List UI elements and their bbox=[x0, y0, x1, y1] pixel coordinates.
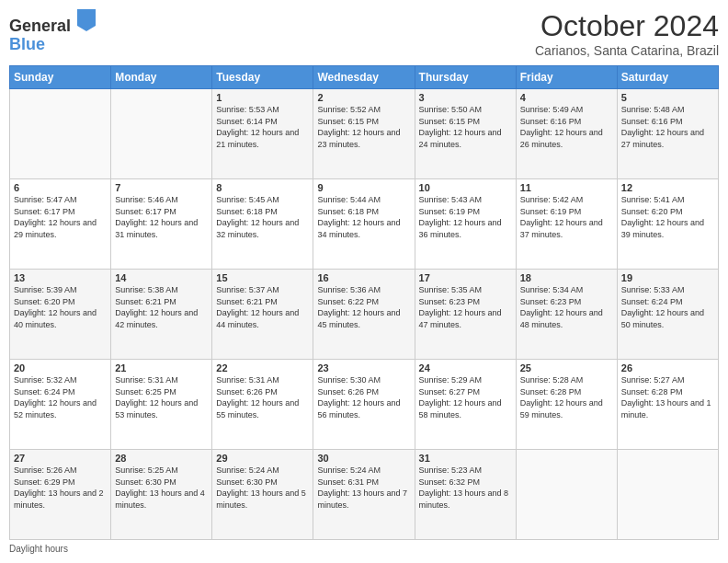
calendar-cell: 30Sunrise: 5:24 AMSunset: 6:31 PMDayligh… bbox=[313, 450, 415, 540]
calendar-cell: 27Sunrise: 5:26 AMSunset: 6:29 PMDayligh… bbox=[10, 450, 111, 540]
calendar-cell: 18Sunrise: 5:34 AMSunset: 6:23 PMDayligh… bbox=[516, 270, 617, 360]
day-info: Sunrise: 5:35 AMSunset: 6:23 PMDaylight:… bbox=[419, 284, 512, 330]
day-number: 18 bbox=[520, 272, 613, 283]
calendar-day-header: Friday bbox=[516, 66, 617, 89]
calendar-day-header: Monday bbox=[111, 66, 212, 89]
subtitle: Carianos, Santa Catarina, Brazil bbox=[535, 43, 719, 58]
logo-general: General bbox=[9, 17, 71, 35]
day-info: Sunrise: 5:34 AMSunset: 6:23 PMDaylight:… bbox=[520, 284, 613, 330]
day-info: Sunrise: 5:42 AMSunset: 6:19 PMDaylight:… bbox=[520, 194, 613, 240]
day-number: 11 bbox=[520, 182, 613, 193]
day-info: Sunrise: 5:23 AMSunset: 6:32 PMDaylight:… bbox=[419, 465, 512, 511]
logo-text: General Blue bbox=[9, 9, 96, 54]
day-number: 29 bbox=[216, 453, 309, 464]
day-info: Sunrise: 5:25 AMSunset: 6:30 PMDaylight:… bbox=[115, 465, 208, 511]
calendar-cell: 26Sunrise: 5:27 AMSunset: 6:28 PMDayligh… bbox=[617, 360, 718, 450]
calendar-cell bbox=[617, 450, 718, 540]
calendar-cell: 23Sunrise: 5:30 AMSunset: 6:26 PMDayligh… bbox=[313, 360, 415, 450]
calendar-day-header: Thursday bbox=[415, 66, 516, 89]
svg-marker-0 bbox=[77, 9, 96, 31]
day-number: 14 bbox=[115, 272, 208, 283]
day-info: Sunrise: 5:30 AMSunset: 6:26 PMDaylight:… bbox=[317, 374, 410, 420]
day-number: 19 bbox=[621, 272, 714, 283]
calendar-cell: 11Sunrise: 5:42 AMSunset: 6:19 PMDayligh… bbox=[516, 179, 617, 270]
day-number: 30 bbox=[317, 453, 410, 464]
day-number: 13 bbox=[14, 272, 107, 283]
calendar-day-header: Sunday bbox=[10, 66, 111, 89]
day-number: 2 bbox=[317, 92, 410, 103]
calendar-week-row: 13Sunrise: 5:39 AMSunset: 6:20 PMDayligh… bbox=[10, 270, 719, 360]
day-info: Sunrise: 5:49 AMSunset: 6:16 PMDaylight:… bbox=[520, 104, 613, 150]
calendar-cell: 29Sunrise: 5:24 AMSunset: 6:30 PMDayligh… bbox=[212, 450, 313, 540]
day-info: Sunrise: 5:24 AMSunset: 6:30 PMDaylight:… bbox=[216, 465, 309, 511]
day-number: 31 bbox=[419, 453, 512, 464]
day-number: 21 bbox=[115, 362, 208, 373]
day-info: Sunrise: 5:43 AMSunset: 6:19 PMDaylight:… bbox=[419, 194, 512, 240]
calendar-cell: 31Sunrise: 5:23 AMSunset: 6:32 PMDayligh… bbox=[415, 450, 516, 540]
calendar-cell: 25Sunrise: 5:28 AMSunset: 6:28 PMDayligh… bbox=[516, 360, 617, 450]
calendar-cell: 7Sunrise: 5:46 AMSunset: 6:17 PMDaylight… bbox=[111, 179, 212, 270]
calendar-cell: 14Sunrise: 5:38 AMSunset: 6:21 PMDayligh… bbox=[111, 270, 212, 360]
calendar-cell: 9Sunrise: 5:44 AMSunset: 6:18 PMDaylight… bbox=[313, 179, 415, 270]
day-number: 16 bbox=[317, 272, 410, 283]
calendar-cell: 3Sunrise: 5:50 AMSunset: 6:15 PMDaylight… bbox=[415, 89, 516, 179]
day-info: Sunrise: 5:39 AMSunset: 6:20 PMDaylight:… bbox=[14, 284, 107, 330]
day-number: 24 bbox=[419, 362, 512, 373]
calendar-cell: 4Sunrise: 5:49 AMSunset: 6:16 PMDaylight… bbox=[516, 89, 617, 179]
day-number: 28 bbox=[115, 453, 208, 464]
calendar-cell: 10Sunrise: 5:43 AMSunset: 6:19 PMDayligh… bbox=[415, 179, 516, 270]
day-info: Sunrise: 5:37 AMSunset: 6:21 PMDaylight:… bbox=[216, 284, 309, 330]
calendar-cell bbox=[10, 89, 111, 179]
day-info: Sunrise: 5:48 AMSunset: 6:16 PMDaylight:… bbox=[621, 104, 714, 150]
calendar-cell: 16Sunrise: 5:36 AMSunset: 6:22 PMDayligh… bbox=[313, 270, 415, 360]
day-number: 4 bbox=[520, 92, 613, 103]
day-number: 7 bbox=[115, 182, 208, 193]
logo-blue: Blue bbox=[9, 35, 45, 53]
calendar-cell: 5Sunrise: 5:48 AMSunset: 6:16 PMDaylight… bbox=[617, 89, 718, 179]
calendar-week-row: 20Sunrise: 5:32 AMSunset: 6:24 PMDayligh… bbox=[10, 360, 719, 450]
calendar-cell: 13Sunrise: 5:39 AMSunset: 6:20 PMDayligh… bbox=[10, 270, 111, 360]
title-block: October 2024 Carianos, Santa Catarina, B… bbox=[535, 9, 719, 58]
calendar-cell: 1Sunrise: 5:53 AMSunset: 6:14 PMDaylight… bbox=[212, 89, 313, 179]
day-info: Sunrise: 5:33 AMSunset: 6:24 PMDaylight:… bbox=[621, 284, 714, 330]
calendar-cell: 22Sunrise: 5:31 AMSunset: 6:26 PMDayligh… bbox=[212, 360, 313, 450]
day-number: 10 bbox=[419, 182, 512, 193]
calendar-day-header: Wednesday bbox=[313, 66, 415, 89]
day-info: Sunrise: 5:26 AMSunset: 6:29 PMDaylight:… bbox=[14, 465, 107, 511]
day-number: 6 bbox=[14, 182, 107, 193]
day-info: Sunrise: 5:32 AMSunset: 6:24 PMDaylight:… bbox=[14, 374, 107, 420]
calendar-cell: 6Sunrise: 5:47 AMSunset: 6:17 PMDaylight… bbox=[10, 179, 111, 270]
day-number: 8 bbox=[216, 182, 309, 193]
day-number: 23 bbox=[317, 362, 410, 373]
calendar-cell: 2Sunrise: 5:52 AMSunset: 6:15 PMDaylight… bbox=[313, 89, 415, 179]
day-info: Sunrise: 5:31 AMSunset: 6:25 PMDaylight:… bbox=[115, 374, 208, 420]
day-info: Sunrise: 5:27 AMSunset: 6:28 PMDaylight:… bbox=[621, 374, 714, 420]
calendar-cell: 8Sunrise: 5:45 AMSunset: 6:18 PMDaylight… bbox=[212, 179, 313, 270]
day-info: Sunrise: 5:28 AMSunset: 6:28 PMDaylight:… bbox=[520, 374, 613, 420]
day-number: 20 bbox=[14, 362, 107, 373]
logo: General Blue bbox=[9, 9, 96, 54]
day-info: Sunrise: 5:53 AMSunset: 6:14 PMDaylight:… bbox=[216, 104, 309, 150]
day-number: 3 bbox=[419, 92, 512, 103]
day-info: Sunrise: 5:38 AMSunset: 6:21 PMDaylight:… bbox=[115, 284, 208, 330]
day-info: Sunrise: 5:44 AMSunset: 6:18 PMDaylight:… bbox=[317, 194, 410, 240]
calendar-cell: 28Sunrise: 5:25 AMSunset: 6:30 PMDayligh… bbox=[111, 450, 212, 540]
calendar-week-row: 27Sunrise: 5:26 AMSunset: 6:29 PMDayligh… bbox=[10, 450, 719, 540]
calendar-week-row: 6Sunrise: 5:47 AMSunset: 6:17 PMDaylight… bbox=[10, 179, 719, 270]
day-number: 15 bbox=[216, 272, 309, 283]
calendar-header-row: SundayMondayTuesdayWednesdayThursdayFrid… bbox=[10, 66, 719, 89]
day-info: Sunrise: 5:47 AMSunset: 6:17 PMDaylight:… bbox=[14, 194, 107, 240]
calendar-cell: 20Sunrise: 5:32 AMSunset: 6:24 PMDayligh… bbox=[10, 360, 111, 450]
day-info: Sunrise: 5:31 AMSunset: 6:26 PMDaylight:… bbox=[216, 374, 309, 420]
main-title: October 2024 bbox=[535, 9, 719, 43]
day-info: Sunrise: 5:24 AMSunset: 6:31 PMDaylight:… bbox=[317, 465, 410, 511]
day-info: Sunrise: 5:52 AMSunset: 6:15 PMDaylight:… bbox=[317, 104, 410, 150]
calendar-cell: 24Sunrise: 5:29 AMSunset: 6:27 PMDayligh… bbox=[415, 360, 516, 450]
calendar-cell: 12Sunrise: 5:41 AMSunset: 6:20 PMDayligh… bbox=[617, 179, 718, 270]
day-number: 9 bbox=[317, 182, 410, 193]
day-info: Sunrise: 5:50 AMSunset: 6:15 PMDaylight:… bbox=[419, 104, 512, 150]
day-number: 26 bbox=[621, 362, 714, 373]
day-number: 22 bbox=[216, 362, 309, 373]
footer-note: Daylight hours bbox=[9, 544, 719, 554]
day-number: 27 bbox=[14, 453, 107, 464]
